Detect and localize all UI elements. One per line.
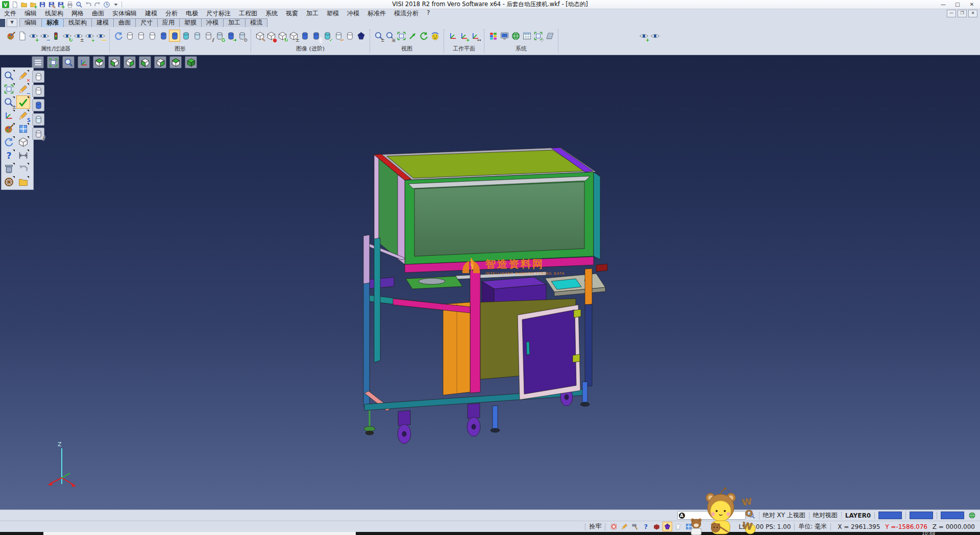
striped-render-button[interactable]: ∥ bbox=[310, 30, 322, 42]
confirm-button[interactable] bbox=[16, 95, 30, 109]
view-settings-button[interactable]: ⚙ bbox=[236, 30, 248, 42]
system-options-button[interactable] bbox=[510, 30, 521, 42]
show-entities-button[interactable]: + bbox=[28, 30, 39, 42]
axes-display-button[interactable] bbox=[78, 56, 90, 68]
snap-settings-button[interactable]: ⁘ bbox=[532, 30, 544, 42]
menu-item[interactable]: 尺寸标注 bbox=[202, 9, 235, 18]
hatched-mode-button[interactable]: ⫽ bbox=[32, 128, 44, 140]
menu-item[interactable]: 加工 bbox=[302, 9, 323, 18]
lock-toggle-label[interactable]: 拴牢 bbox=[589, 522, 601, 531]
menu-item[interactable]: 线架构 bbox=[41, 9, 67, 18]
mdi-close-button[interactable]: ✕ bbox=[968, 10, 977, 17]
solid-snap-button[interactable] bbox=[663, 522, 672, 531]
flat-view-button[interactable] bbox=[191, 30, 203, 42]
build-tool-button[interactable] bbox=[630, 522, 640, 531]
grid-window-button[interactable] bbox=[16, 122, 30, 135]
close-button[interactable]: ✕ bbox=[965, 1, 979, 9]
edit-spline-button[interactable]: S bbox=[16, 109, 30, 122]
zoom-search-button[interactable] bbox=[62, 56, 75, 68]
zoom-extents-button[interactable] bbox=[396, 30, 407, 42]
visi-logo[interactable] bbox=[1, 1, 10, 9]
menu-item[interactable]: 曲面 bbox=[88, 9, 108, 18]
globe-icon[interactable] bbox=[968, 512, 976, 519]
menu-item[interactable]: 模流分析 bbox=[390, 9, 423, 18]
print-button[interactable] bbox=[65, 1, 74, 9]
hidden-line-view-button[interactable] bbox=[135, 30, 146, 42]
tab-8[interactable]: 冲模 bbox=[201, 18, 224, 27]
insert-file-button[interactable]: + bbox=[29, 1, 37, 9]
menu-item[interactable]: 塑模 bbox=[323, 9, 343, 18]
zoom-dynamic-button[interactable] bbox=[2, 69, 16, 82]
dynamic-section-button[interactable]: ➜ bbox=[225, 30, 236, 42]
render-toggle-button[interactable]: ± bbox=[288, 30, 299, 42]
workplane-button[interactable] bbox=[447, 30, 458, 42]
tab-3[interactable]: 建模 bbox=[91, 18, 114, 27]
advanced-shading-button[interactable]: ✎ bbox=[254, 30, 265, 42]
hide-all-button[interactable]: — bbox=[95, 30, 106, 42]
transparent-view-button[interactable] bbox=[180, 30, 191, 42]
template-tool-button[interactable] bbox=[673, 522, 683, 531]
toggle-visibility-button[interactable]: + bbox=[638, 30, 649, 42]
regen-view-button[interactable] bbox=[113, 30, 124, 42]
annotate-tool-button[interactable] bbox=[620, 522, 629, 531]
properties-button[interactable] bbox=[16, 30, 28, 42]
package-tool-button[interactable] bbox=[652, 522, 662, 531]
render-mode-button[interactable] bbox=[429, 30, 440, 42]
view-back-button[interactable] bbox=[139, 56, 151, 68]
navigate-button[interactable] bbox=[2, 175, 16, 188]
sheet-settings-button[interactable] bbox=[544, 30, 555, 42]
minimize-button[interactable]: — bbox=[936, 1, 950, 9]
move-entity-button[interactable] bbox=[2, 109, 16, 122]
stamp-tool-button[interactable] bbox=[609, 522, 619, 531]
attributes-side-button[interactable] bbox=[2, 122, 16, 135]
solid-render-button[interactable] bbox=[299, 30, 310, 42]
hatched-view-button[interactable]: ⫽ bbox=[203, 30, 214, 42]
attributes-button[interactable] bbox=[5, 30, 16, 42]
print-preview-button[interactable] bbox=[75, 1, 83, 9]
view-iso-button[interactable] bbox=[185, 56, 197, 68]
active-layer-label[interactable]: LAYER0 bbox=[845, 512, 871, 519]
menu-item[interactable]: 编辑 bbox=[20, 9, 41, 18]
recycle-entities-button[interactable]: ♻ bbox=[214, 30, 225, 42]
menu-item[interactable]: 冲模 bbox=[343, 9, 363, 18]
solid-preview-button[interactable] bbox=[16, 135, 30, 149]
invert-visibility-button[interactable]: ± bbox=[72, 30, 84, 42]
layer-color-swatch[interactable] bbox=[910, 512, 933, 519]
menu-item[interactable]: 文件 bbox=[0, 9, 20, 18]
rotate-view-button[interactable] bbox=[418, 30, 429, 42]
view-right-button[interactable] bbox=[124, 56, 136, 68]
menu-item[interactable]: 标准件 bbox=[363, 9, 390, 18]
measure-button[interactable] bbox=[16, 149, 30, 162]
tab-dropdown-button[interactable]: ▼ bbox=[7, 18, 17, 27]
layer-color-swatch[interactable] bbox=[941, 512, 964, 519]
viewport-canvas[interactable]: Z bbox=[0, 55, 980, 509]
tab-2[interactable]: 线架构 bbox=[63, 18, 92, 27]
hide-entities-button[interactable]: − bbox=[39, 30, 50, 42]
view-front-button[interactable] bbox=[108, 56, 120, 68]
menu-item[interactable]: ? bbox=[423, 9, 434, 18]
help-tool-button[interactable] bbox=[641, 522, 651, 531]
save-as-button[interactable]: ✎ bbox=[47, 1, 56, 9]
workplane-align-button[interactable]: ↔ bbox=[470, 30, 481, 42]
tab-4[interactable]: 曲面 bbox=[113, 18, 136, 27]
menu-item[interactable]: 建模 bbox=[141, 9, 161, 18]
history-button[interactable] bbox=[102, 1, 111, 9]
color-settings-button[interactable] bbox=[487, 30, 499, 42]
machine-model[interactable] bbox=[363, 148, 607, 444]
shaded-view-button[interactable] bbox=[158, 30, 169, 42]
undo-side-button[interactable] bbox=[16, 162, 30, 175]
show-all-button[interactable]: ＋ bbox=[84, 30, 95, 42]
shaded-mode-button[interactable] bbox=[32, 99, 44, 111]
view-bottom-button[interactable] bbox=[169, 56, 182, 68]
menu-item[interactable]: 视窗 bbox=[282, 9, 302, 18]
entity-info-button[interactable] bbox=[649, 30, 660, 42]
shaded-edges-view-button[interactable] bbox=[169, 30, 180, 42]
menu-item[interactable]: 工程图 bbox=[235, 9, 261, 18]
tables-button[interactable] bbox=[521, 30, 532, 42]
tab-0[interactable]: 编辑 bbox=[19, 18, 42, 27]
zoom-extents-side-button[interactable] bbox=[2, 82, 16, 95]
quickbar-more-button[interactable] bbox=[111, 1, 120, 9]
ghost-render-button[interactable] bbox=[344, 30, 355, 42]
crystal-view-button[interactable] bbox=[355, 30, 366, 42]
dashed-hidden-view-button[interactable] bbox=[146, 30, 158, 42]
